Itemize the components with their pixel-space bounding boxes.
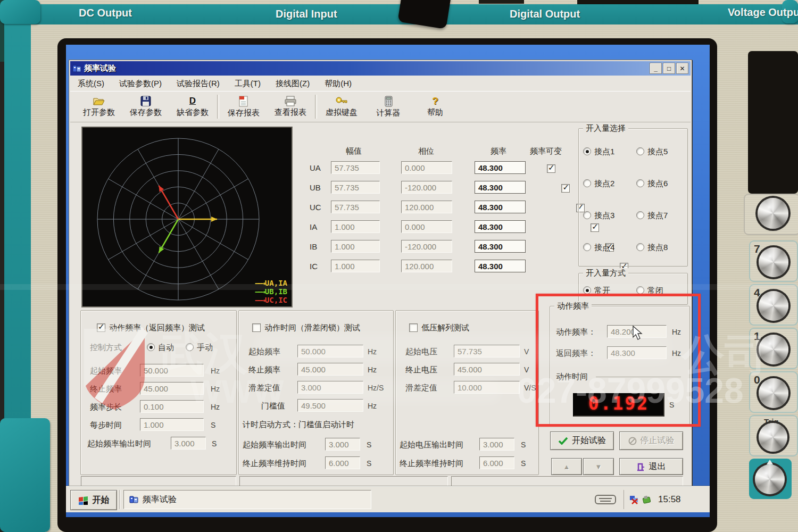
- keyboard-icon[interactable]: [595, 494, 616, 505]
- normally-open-radio[interactable]: 常开: [583, 286, 610, 296]
- calculator-button[interactable]: 计算器: [365, 92, 412, 122]
- save-report-button[interactable]: 保存报表: [220, 92, 267, 122]
- keypad-trig: Trig: [749, 415, 798, 456]
- start-freq-output-time-field[interactable]: 3.000: [171, 437, 206, 450]
- ic-amplitude-field[interactable]: 1.000: [331, 260, 380, 272]
- start-test-button[interactable]: 开始试验: [550, 431, 614, 450]
- uc-phase-field[interactable]: 120.000: [401, 201, 452, 213]
- vector-scope: ——→UA,IA ——→UB,IB ——→UC,IC: [81, 127, 293, 307]
- ia-frequency-field[interactable]: 48.300: [475, 220, 526, 233]
- keypad-0-button: [759, 378, 788, 408]
- uc-amplitude-field[interactable]: 57.735: [331, 201, 380, 213]
- return-freq-result-field[interactable]: 48.300: [607, 346, 667, 359]
- ua-amplitude-field[interactable]: 57.735: [331, 161, 380, 174]
- action-time-title: 动作时间: [556, 372, 588, 382]
- threshold-field[interactable]: 49.500: [297, 399, 363, 412]
- teal-knob: [755, 464, 785, 494]
- start-button[interactable]: 开始: [70, 490, 117, 510]
- contact8-radio[interactable]: 接点8: [636, 243, 668, 253]
- panel-label-digital-input: Digital Input: [276, 8, 337, 20]
- contact1-radio[interactable]: 接点1: [583, 147, 614, 157]
- auto-radio[interactable]: 自动: [147, 343, 174, 353]
- keypad-4-button: [759, 291, 788, 321]
- step-time-field[interactable]: 1.000: [140, 418, 204, 431]
- menu-test-report[interactable]: 试验报告(R): [169, 76, 227, 91]
- default-params-icon: D: [189, 96, 196, 106]
- normally-closed-radio[interactable]: 常闭: [636, 286, 663, 296]
- up-button[interactable]: ▲: [551, 458, 582, 475]
- ib-phase-field[interactable]: -120.000: [401, 240, 452, 253]
- ua-phase-field[interactable]: 0.000: [401, 161, 452, 174]
- save-params-button[interactable]: 保存参数: [122, 92, 169, 122]
- watermark-logo: [79, 323, 150, 414]
- down-button[interactable]: ▼: [583, 458, 614, 475]
- ia-phase-field[interactable]: 0.000: [401, 220, 452, 233]
- default-params-button[interactable]: D 缺省参数: [169, 92, 216, 122]
- ib-frequency-field[interactable]: 48.300: [475, 240, 526, 253]
- clock[interactable]: 15:58: [658, 494, 681, 505]
- ic-phase-field[interactable]: 120.000: [401, 260, 452, 272]
- ia-amplitude-field[interactable]: 1.000: [331, 220, 380, 233]
- menu-help[interactable]: 帮助(H): [317, 76, 359, 91]
- end-freq-hold-time3-field[interactable]: 6.000: [479, 456, 514, 469]
- action-time-led-display: 0.192: [573, 393, 664, 417]
- virtual-keyboard-button[interactable]: 虚拟键盘: [318, 92, 365, 122]
- close-button[interactable]: ✕: [676, 63, 688, 74]
- contact7-radio[interactable]: 接点7: [636, 211, 668, 221]
- help-button[interactable]: ? 帮助: [412, 92, 459, 122]
- ua-freq-variable-checkbox[interactable]: [547, 164, 555, 173]
- return-freq-result-label: 返回频率：: [556, 348, 596, 359]
- start-voltage-label: 起始电压: [405, 347, 437, 357]
- menu-wiring-diagram[interactable]: 接线图(Z): [268, 76, 317, 91]
- keypad-7-button: [759, 247, 788, 277]
- start-freq2-field[interactable]: 50.000: [297, 345, 363, 358]
- ub-amplitude-field[interactable]: 57.735: [331, 181, 380, 194]
- side-knob: [758, 198, 788, 229]
- menu-test-params[interactable]: 试验参数(P): [112, 76, 169, 91]
- maximize-button[interactable]: □: [663, 63, 675, 74]
- view-report-button[interactable]: 查看报表: [267, 92, 314, 122]
- ua-frequency-field[interactable]: 48.300: [475, 161, 526, 174]
- green-tray-icon[interactable]: [642, 495, 652, 504]
- title-bar[interactable]: 频率试验 _ □ ✕: [70, 61, 691, 76]
- menu-system[interactable]: 系统(S): [70, 76, 112, 91]
- action-freq-result-label: 动作频率：: [556, 327, 596, 337]
- uc-frequency-field[interactable]: 48.300: [475, 201, 526, 213]
- step-time-label: 每步时间: [90, 420, 122, 430]
- manual-radio[interactable]: 手动: [186, 343, 213, 353]
- ub-frequency-field[interactable]: 48.300: [475, 181, 526, 194]
- ub-freq-variable-checkbox[interactable]: [561, 184, 570, 193]
- end-freq-hold-time2-field[interactable]: 6.000: [325, 456, 360, 469]
- task-button-frequency-test[interactable]: 频率试验: [123, 490, 371, 509]
- end-freq-hold-time3-label: 终止频率维持时间: [400, 459, 463, 469]
- report-save-icon: [239, 96, 248, 107]
- open-params-button[interactable]: 打开参数: [76, 92, 122, 122]
- row-label: UA: [310, 163, 321, 172]
- slip-setting-label: 滑差定值: [248, 383, 280, 393]
- slip-setting-field[interactable]: 3.000: [297, 381, 363, 394]
- row-label: IA: [310, 222, 317, 231]
- end-voltage-field[interactable]: 45.000: [454, 363, 520, 376]
- start-voltage-output-time-field[interactable]: 3.000: [479, 438, 514, 451]
- contact2-radio[interactable]: 接点2: [583, 179, 614, 189]
- contact3-radio[interactable]: 接点3: [583, 211, 614, 221]
- panel-label-voltage-output: Voltage Output: [728, 6, 798, 19]
- contact4-radio[interactable]: 接点4: [583, 243, 614, 253]
- end-freq2-field[interactable]: 45.000: [297, 363, 363, 376]
- menu-tools[interactable]: 工具(T): [227, 76, 268, 91]
- start-freq-output-time2-field[interactable]: 3.000: [325, 438, 360, 451]
- start-voltage-field[interactable]: 57.735: [454, 345, 520, 358]
- network-error-tray-icon[interactable]: [629, 495, 639, 504]
- low-voltage-test-checkbox[interactable]: 低压解列测试: [409, 323, 469, 333]
- ub-phase-field[interactable]: -120.000: [401, 181, 452, 194]
- exit-button[interactable]: 退出: [619, 458, 683, 475]
- stop-test-button[interactable]: 停止试验: [619, 431, 683, 450]
- action-time-test-checkbox[interactable]: 动作时间（滑差闭锁）测试: [252, 323, 360, 333]
- ib-amplitude-field[interactable]: 1.000: [331, 240, 380, 253]
- contact6-radio[interactable]: 接点6: [636, 179, 668, 189]
- up-arrow-icon: ▲: [563, 463, 570, 471]
- ic-frequency-field[interactable]: 48.300: [475, 260, 526, 272]
- contact5-radio[interactable]: 接点5: [636, 147, 668, 157]
- minimize-button[interactable]: _: [650, 63, 662, 74]
- slip-setting-v-field[interactable]: 10.000: [454, 381, 520, 394]
